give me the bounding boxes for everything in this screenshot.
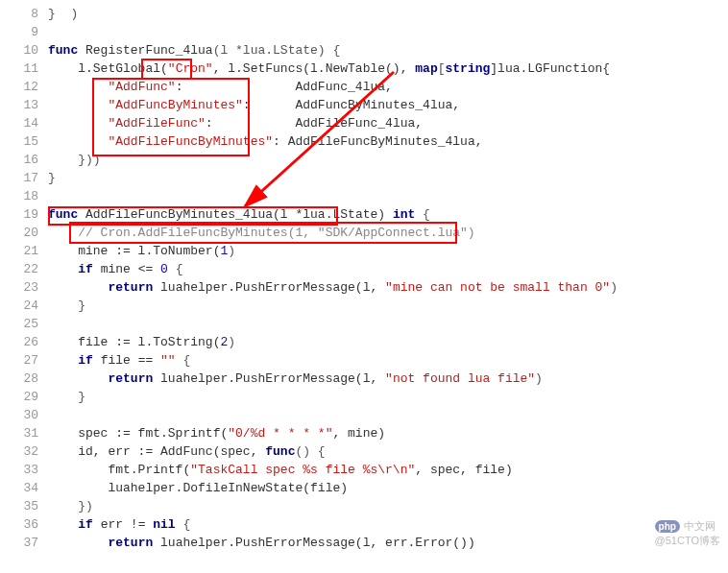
code-line <box>48 23 728 41</box>
watermark-text-2: @51CTO博客 <box>655 534 720 548</box>
line-number: 18 <box>0 187 38 205</box>
line-number: 19 <box>0 205 38 224</box>
code-line: file := l.ToString(2) <box>48 333 728 351</box>
line-number: 21 <box>0 242 38 260</box>
line-number: 15 <box>0 132 38 151</box>
code-line <box>48 315 728 333</box>
code-line: luahelper.DofileInNewState(file) <box>48 479 728 497</box>
code-line: return luahelper.PushErrorMessage(l, "mi… <box>48 278 728 297</box>
line-number: 35 <box>0 497 38 515</box>
line-number: 13 <box>0 96 38 114</box>
line-number: 16 <box>0 151 38 169</box>
code-line: "AddFileFunc": AddFileFunc_4lua, <box>48 114 728 132</box>
code-line: } <box>48 388 728 406</box>
line-number: 26 <box>0 333 38 351</box>
code-line: // Cron.AddFileFuncByMinutes(1, "SDK/App… <box>48 224 728 242</box>
watermark: php 中文网 @51CTO博客 <box>655 519 720 548</box>
code-line: } ) <box>48 5 728 23</box>
code-content: } )func RegisterFunc_4lua(l *lua.LState)… <box>48 5 728 552</box>
line-number: 33 <box>0 461 38 479</box>
line-number: 17 <box>0 169 38 187</box>
code-line: }) <box>48 497 728 515</box>
line-number: 37 <box>0 534 38 552</box>
code-line: mine := l.ToNumber(1) <box>48 242 728 260</box>
line-number-gutter: 8910111213141516171819202122232425262728… <box>0 5 48 552</box>
code-line: func AddFileFuncByMinutes_4lua(l *lua.LS… <box>48 205 728 224</box>
line-number: 22 <box>0 260 38 278</box>
code-line: l.SetGlobal("Cron", l.SetFuncs(l.NewTabl… <box>48 60 728 78</box>
code-line: id, err := AddFunc(spec, func() { <box>48 442 728 461</box>
line-number: 34 <box>0 479 38 497</box>
line-number: 10 <box>0 41 38 60</box>
line-number: 24 <box>0 297 38 315</box>
line-number: 12 <box>0 78 38 96</box>
line-number: 28 <box>0 370 38 388</box>
code-line: fmt.Printf("TaskCall spec %s file %s\r\n… <box>48 461 728 479</box>
code-line: "AddFileFuncByMinutes": AddFileFuncByMin… <box>48 132 728 151</box>
code-line: return luahelper.PushErrorMessage(l, err… <box>48 534 728 552</box>
code-line: return luahelper.PushErrorMessage(l, "no… <box>48 370 728 388</box>
code-line: spec := fmt.Sprintf("0/%d * * * *", mine… <box>48 424 728 442</box>
code-line: if err != nil { <box>48 515 728 534</box>
code-line: } <box>48 169 728 187</box>
line-number: 30 <box>0 406 38 424</box>
line-number: 31 <box>0 424 38 442</box>
code-line: if mine <= 0 { <box>48 260 728 278</box>
line-number: 14 <box>0 114 38 132</box>
line-number: 9 <box>0 23 38 41</box>
code-line: func RegisterFunc_4lua(l *lua.LState) { <box>48 41 728 60</box>
code-line: })) <box>48 151 728 169</box>
line-number: 8 <box>0 5 38 23</box>
line-number: 25 <box>0 315 38 333</box>
line-number: 29 <box>0 388 38 406</box>
line-number: 32 <box>0 442 38 461</box>
code-line: if file == "" { <box>48 351 728 370</box>
line-number: 23 <box>0 278 38 297</box>
code-line: "AddFunc": AddFunc_4lua, <box>48 78 728 96</box>
code-line <box>48 187 728 205</box>
code-line <box>48 406 728 424</box>
line-number: 11 <box>0 60 38 78</box>
code-line: "AddFuncByMinutes": AddFuncByMinutes_4lu… <box>48 96 728 114</box>
php-logo: php <box>655 520 680 533</box>
line-number: 27 <box>0 351 38 370</box>
line-number: 36 <box>0 515 38 534</box>
watermark-text-1: 中文网 <box>684 519 716 534</box>
line-number: 20 <box>0 224 38 242</box>
code-line: } <box>48 297 728 315</box>
